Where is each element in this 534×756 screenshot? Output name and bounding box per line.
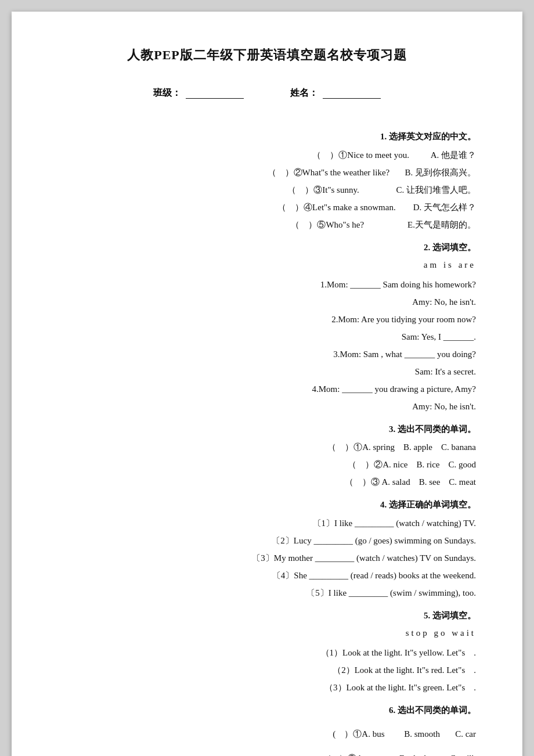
s4-item5: 〔5〕I like _________ (swim / swimming), t… [58,584,476,602]
name-field: 姓名： [290,87,381,99]
section1: 1. 选择英文对应的中文。 （ ）①Nice to meet you. A. 他… [58,128,476,233]
section2: 2. 选词填空。 am is are 1.Mom: _______ Sam do… [58,239,476,415]
s2-item2a: 2.Mom: Are you tidying your room now? [58,311,476,328]
section4-title: 4. 选择正确的单词填空。 [58,496,476,513]
s2-item1b: Amy: No, he isn't. [58,293,476,311]
s1-item4: （ ）④Let"s make a snowman. D. 天气怎么样？ [58,199,476,216]
s6-item2: ( ）②A. meat B. elephant C. milk [58,750,476,756]
s4-item3: 〔3〕My mother _________ (watch / watches)… [58,549,476,567]
section6: 6. 选出不同类的单词。 ( ）①A. bus B. smooth C. car… [58,702,476,757]
s1-item1: （ ）①Nice to meet you. A. 他是谁？ [58,146,476,164]
s2-item4b: Amy: No, he isn't. [58,398,476,415]
s2-item3a: 3.Mom: Sam , what _______ you doing? [58,345,476,363]
section5-words: stop go wait [58,625,476,642]
section5: 5. 选词填空。 stop go wait （1）Look at the lig… [58,607,476,696]
class-label: 班级： [153,87,181,99]
s5-item3: （3）Look at the light. It"s green. Let"s … [58,679,476,696]
s2-item4a: 4.Mom: _______ you drawing a picture, Am… [58,380,476,398]
s5-item2: （2）Look at the light. It"s red. Let"s . [58,661,476,679]
section6-title: 6. 选出不同类的单词。 [58,702,476,719]
s1-item3: （ ）③It"s sunny. C. 让我们堆雪人吧。 [58,181,476,199]
section3-title: 3. 选出不同类的单词。 [58,421,476,438]
section2-title: 2. 选词填空。 [58,239,476,256]
s2-item3b: Sam: It's a secret. [58,363,476,380]
s3-item2: （ ）②A. nice B. rice C. good [58,456,476,473]
section5-title: 5. 选词填空。 [58,607,476,624]
name-underline[interactable] [323,88,381,99]
s3-item3: （ ）③ A. salad B. see C. meat [58,473,476,491]
page-title: 人教PEP版二年级下册英语填空题名校专项习题 [58,46,476,64]
s4-item4: 〔4〕She _________ (read / reads) books at… [58,567,476,584]
class-underline[interactable] [186,88,244,99]
s2-item1a: 1.Mom: _______ Sam doing his homework? [58,276,476,293]
section2-words: am is are [58,257,476,273]
class-field: 班级： [153,87,244,99]
section1-title: 1. 选择英文对应的中文。 [58,128,476,145]
s1-item5: （ ）⑤Who"s he? E.天气是晴朗的。 [58,216,476,233]
s3-item1: （ ）①A. spring B. apple C. banana [58,438,476,456]
section4: 4. 选择正确的单词填空。 〔1〕I like _________ (watch… [58,496,476,602]
s5-item1: （1）Look at the light. It"s yellow. Let"s… [58,644,476,661]
s6-item1: ( ）①A. bus B. smooth C. car [58,725,476,743]
name-label: 姓名： [290,87,318,99]
s4-item2: 〔2〕Lucy _________ (go / goes) swimming o… [58,532,476,549]
student-info: 班级： 姓名： [58,87,476,99]
exam-content: 1. 选择英文对应的中文。 （ ）①Nice to meet you. A. 他… [58,128,476,756]
exam-page: 人教PEP版二年级下册英语填空题名校专项习题 班级： 姓名： 1. 选择英文对应… [12,12,522,756]
section3: 3. 选出不同类的单词。 （ ）①A. spring B. apple C. b… [58,421,476,491]
s4-item1: 〔1〕I like _________ (watch / watching) T… [58,514,476,532]
s2-item2b: Sam: Yes, I _______. [58,328,476,345]
s1-item2: （ ）②What"s the weather like? B. 见到你很高兴。 [58,164,476,181]
